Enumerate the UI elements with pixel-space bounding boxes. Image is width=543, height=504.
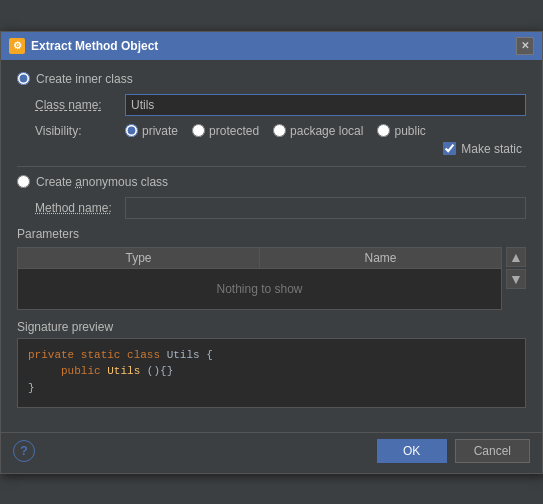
vis-package-option: package local bbox=[273, 124, 363, 138]
parameters-title: Parameters bbox=[17, 227, 526, 241]
vis-package-label[interactable]: package local bbox=[290, 124, 363, 138]
vis-protected-option: protected bbox=[192, 124, 259, 138]
params-empty-label: Nothing to show bbox=[216, 282, 302, 296]
make-static-label[interactable]: Make static bbox=[461, 142, 522, 156]
method-name-row: Method name: bbox=[35, 197, 526, 219]
dialog-title: Extract Method Object bbox=[31, 39, 158, 53]
sig-keyword-static: static bbox=[81, 349, 121, 361]
params-empty: Nothing to show bbox=[18, 269, 501, 309]
make-static-row: Make static bbox=[17, 142, 526, 156]
sig-close: } bbox=[28, 382, 35, 394]
sig-methodname: Utils bbox=[107, 365, 140, 377]
create-inner-radio[interactable] bbox=[17, 72, 30, 85]
sig-keyword-class: class bbox=[127, 349, 160, 361]
cancel-button[interactable]: Cancel bbox=[455, 439, 530, 463]
vis-public-radio[interactable] bbox=[377, 124, 390, 137]
vis-package-radio[interactable] bbox=[273, 124, 286, 137]
vis-private-option: private bbox=[125, 124, 178, 138]
create-inner-label[interactable]: Create inner class bbox=[36, 72, 133, 86]
parameters-section: Parameters Type Name Nothing to show ▲ ▼ bbox=[17, 227, 526, 310]
vis-private-label[interactable]: private bbox=[142, 124, 178, 138]
vis-public-option: public bbox=[377, 124, 425, 138]
dialog-icon: ⚙ bbox=[9, 38, 25, 54]
sig-keyword-private: private bbox=[28, 349, 74, 361]
vis-protected-radio[interactable] bbox=[192, 124, 205, 137]
params-down-button[interactable]: ▼ bbox=[506, 269, 526, 289]
vis-public-label[interactable]: public bbox=[394, 124, 425, 138]
visibility-options: private protected package local public bbox=[125, 124, 426, 138]
footer-buttons: OK Cancel bbox=[377, 439, 530, 463]
visibility-row: Visibility: private protected package lo… bbox=[35, 124, 526, 138]
help-button[interactable]: ? bbox=[13, 440, 35, 462]
divider-1 bbox=[17, 166, 526, 167]
make-static-checkbox[interactable] bbox=[443, 142, 456, 155]
signature-box: private static class Utils { public Util… bbox=[17, 338, 526, 408]
sig-classname: Utils { bbox=[167, 349, 213, 361]
class-name-label: Class name: bbox=[35, 98, 125, 112]
create-anonymous-label[interactable]: Create anonymous class bbox=[36, 175, 168, 189]
sig-keyword-public: public bbox=[61, 365, 101, 377]
vis-protected-label[interactable]: protected bbox=[209, 124, 259, 138]
params-col-type: Type bbox=[18, 248, 260, 268]
create-inner-class-row: Create inner class bbox=[17, 72, 526, 86]
method-name-label: Method name: bbox=[35, 201, 125, 215]
sig-indent bbox=[28, 365, 54, 377]
params-table: Type Name Nothing to show bbox=[17, 247, 502, 310]
params-table-container: Type Name Nothing to show ▲ ▼ bbox=[17, 247, 526, 310]
title-bar-left: ⚙ Extract Method Object bbox=[9, 38, 158, 54]
anon-underline: a bbox=[75, 175, 82, 189]
close-button[interactable]: ✕ bbox=[516, 37, 534, 55]
params-header: Type Name bbox=[18, 248, 501, 269]
class-name-input[interactable] bbox=[125, 94, 526, 116]
make-static-checkbox-row: Make static bbox=[443, 142, 522, 156]
footer: ? OK Cancel bbox=[1, 432, 542, 473]
visibility-label: Visibility: bbox=[35, 124, 125, 138]
ok-button[interactable]: OK bbox=[377, 439, 447, 463]
title-bar: ⚙ Extract Method Object ✕ bbox=[1, 32, 542, 60]
create-anonymous-class-row: Create anonymous class bbox=[17, 175, 526, 189]
vis-private-radio[interactable] bbox=[125, 124, 138, 137]
extract-method-object-dialog: ⚙ Extract Method Object ✕ Create inner c… bbox=[0, 31, 543, 474]
method-name-input[interactable] bbox=[125, 197, 526, 219]
create-anonymous-radio[interactable] bbox=[17, 175, 30, 188]
signature-section: Signature preview private static class U… bbox=[17, 320, 526, 408]
params-buttons: ▲ ▼ bbox=[506, 247, 526, 310]
params-up-button[interactable]: ▲ bbox=[506, 247, 526, 267]
class-name-row: Class name: bbox=[35, 94, 526, 116]
signature-title: Signature preview bbox=[17, 320, 526, 334]
dialog-body: Create inner class Class name: Visibilit… bbox=[1, 60, 542, 432]
params-col-name: Name bbox=[260, 248, 501, 268]
sig-params: (){} bbox=[147, 365, 173, 377]
